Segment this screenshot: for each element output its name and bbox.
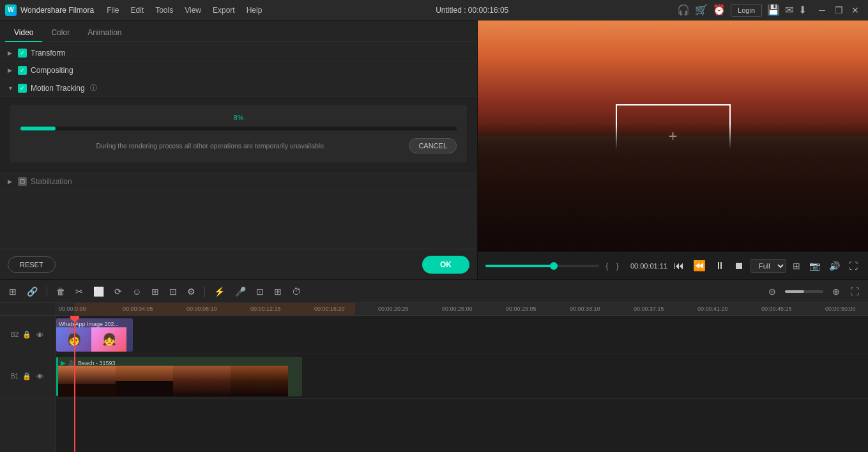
motion-tracking-arrow-icon: ▼ — [8, 85, 14, 91]
stabilization-check-icon: ☐ — [18, 177, 27, 186]
section-stabilization[interactable]: ▶ ☐ Stabilization — [0, 173, 477, 191]
headphones-icon[interactable]: 🎧 — [677, 4, 690, 16]
section-motion-tracking[interactable]: ▼ ✓ Motion Tracking ⓘ — [0, 79, 477, 97]
track2-visible-button[interactable]: 👁 — [35, 330, 45, 340]
window-controls: ─ ❐ ✕ — [814, 3, 863, 18]
clock-icon[interactable]: ⏰ — [713, 4, 726, 16]
section-compositing[interactable]: ▶ ✓ Compositing — [0, 62, 477, 79]
preview-controls: { } 00:00:01:11 ⏮ ⏪ ⏸ ⏹ Full ⊞ 📷 🔊 ⛶ — [478, 251, 868, 279]
pause-button[interactable]: ⏸ — [712, 258, 727, 274]
ruler-mark-12: 00:00:50:00 — [825, 306, 856, 312]
properties-content: ▶ ✓ Transform ▶ ✓ Compositing ▼ ✓ Motion… — [0, 42, 477, 249]
properties-panel: Video Color Animation ▶ ✓ Transform ▶ ✓ … — [0, 20, 478, 279]
preview-area: + — [478, 20, 868, 251]
fullscreen-icon[interactable]: ⛶ — [846, 258, 860, 274]
maximize-button[interactable]: ❐ — [831, 3, 846, 18]
emoji-button[interactable]: ☺ — [128, 284, 145, 299]
ruler-mark-0: 00:00:0:00 — [59, 306, 86, 312]
transform-label: Transform — [31, 49, 65, 58]
app-logo: W Wondershare Filmora — [5, 4, 94, 16]
layout-button[interactable]: ⊡ — [165, 284, 181, 299]
fit-to-screen-button[interactable]: ⛶ — [846, 284, 863, 299]
skip-back-button[interactable]: ⏮ — [671, 258, 687, 274]
toolbar-separator — [47, 286, 47, 297]
timeline-slider-fill — [485, 265, 554, 267]
zoom-out-button[interactable]: ⊝ — [765, 284, 780, 299]
track2-row: WhatsApp Image 202... 🧑 👧 — [56, 316, 868, 354]
ruler-mark-3: 00:00:12:15 — [250, 306, 281, 312]
speed-icon[interactable]: ⏱ — [288, 284, 305, 299]
quality-select[interactable]: Full — [750, 259, 786, 273]
scene-detect-icon[interactable]: ⚡ — [210, 284, 229, 299]
tracking-box[interactable]: + — [616, 104, 731, 168]
timeline-area: ⊞ 🔗 🗑 ✂ ⬜ ⟳ ☺ ⊞ ⊡ ⚙ ⚡ 🎤 ⊡ ⊞ ⏱ ⊝ ⊕ ⛶ B2 � — [0, 279, 868, 452]
preview-slider[interactable] — [485, 265, 599, 267]
playhead: ✂ — [74, 316, 75, 452]
transform-check-icon: ✓ — [18, 49, 27, 58]
tab-color[interactable]: Color — [42, 24, 79, 42]
ruler-mark-8: 00:00:33:10 — [570, 306, 600, 312]
ruler-mark-5: 00:00:20:25 — [378, 306, 409, 312]
ruler-mark-2: 00:00:08:10 — [187, 306, 217, 312]
step-back-button[interactable]: ⏪ — [690, 257, 708, 274]
menu-edit[interactable]: Edit — [126, 3, 149, 17]
mail-icon[interactable]: ✉ — [785, 4, 793, 16]
snapshot-icon[interactable]: 📷 — [807, 258, 823, 274]
tab-animation[interactable]: Animation — [79, 24, 130, 42]
save-icon[interactable]: 💾 — [767, 4, 780, 16]
property-tabs: Video Color Animation — [0, 20, 477, 42]
link-button[interactable]: 🔗 — [23, 284, 42, 299]
close-button[interactable]: ✕ — [848, 3, 863, 18]
track1-clip[interactable]: ▶ 🎥 Beach - 31593 — [56, 357, 302, 396]
login-button[interactable]: Login — [731, 4, 762, 17]
compositing-label: Compositing — [31, 66, 73, 75]
delete-button[interactable]: 🗑 — [52, 284, 69, 299]
preview-timeline: { } 00:00:01:11 — [485, 261, 667, 270]
motion-tracking-label: Motion Tracking — [31, 84, 85, 93]
ruler-mark-11: 00:00:45:25 — [761, 306, 792, 312]
panel-buttons: RESET OK — [0, 249, 477, 279]
zoom-in-button[interactable]: ⊕ — [828, 284, 844, 299]
bracket-right-icon: } — [616, 261, 619, 270]
tab-video[interactable]: Video — [5, 24, 42, 42]
cancel-button[interactable]: CANCEL — [409, 138, 457, 153]
menu-tools[interactable]: Tools — [150, 3, 178, 17]
progress-container: 8% During the rendering process all othe… — [10, 105, 467, 162]
download-icon[interactable]: ⬇ — [798, 4, 807, 16]
cut-button[interactable]: ✂ — [72, 284, 87, 299]
menu-file[interactable]: File — [102, 3, 124, 17]
track1-visible-button[interactable]: 👁 — [35, 371, 45, 382]
menu-bar: File Edit Tools View Export Help — [102, 3, 267, 17]
stop-button[interactable]: ⏹ — [731, 258, 747, 274]
add-track-button[interactable]: ⊞ — [5, 284, 20, 299]
mic-icon[interactable]: 🎤 — [231, 284, 250, 299]
grid-button[interactable]: ⊞ — [148, 284, 163, 299]
volume-icon[interactable]: 🔊 — [826, 258, 842, 274]
picture-in-pic-icon[interactable]: ⊞ — [270, 284, 286, 299]
scissors-icon: ✂ — [68, 323, 76, 336]
crop-button[interactable]: ⬜ — [89, 284, 108, 299]
titlebar: W Wondershare Filmora File Edit Tools Vi… — [0, 0, 868, 20]
section-transform[interactable]: ▶ ✓ Transform — [0, 45, 477, 62]
menu-view[interactable]: View — [179, 3, 206, 17]
menu-export[interactable]: Export — [208, 3, 240, 17]
settings-button[interactable]: ⚙ — [183, 284, 199, 299]
motion-tracking-info-icon[interactable]: ⓘ — [90, 83, 97, 93]
split-view-icon[interactable]: ⊞ — [790, 258, 803, 274]
cart-icon[interactable]: 🛒 — [695, 4, 708, 16]
clip1-label: Beach - 31593 — [78, 360, 116, 366]
stabilization-arrow-icon: ▶ — [8, 178, 14, 185]
ruler-mark-6: 00:00:25:00 — [442, 306, 473, 312]
timeline-scroll[interactable]: 00:00:0:00 00:00:04:05 00:00:08:10 00:00… — [56, 303, 868, 452]
rotate-button[interactable]: ⟳ — [110, 284, 126, 299]
menu-help[interactable]: Help — [241, 3, 268, 17]
track2-lock-button[interactable]: 🔒 — [21, 329, 33, 340]
track1-lock-button[interactable]: 🔒 — [21, 371, 33, 382]
reset-button[interactable]: RESET — [8, 256, 56, 273]
ruler-mark-4: 00:00:16:20 — [314, 306, 345, 312]
zoom-slider[interactable] — [785, 290, 823, 293]
progress-row: During the rendering process all other o… — [20, 138, 457, 153]
ok-button[interactable]: OK — [422, 256, 469, 274]
transition-icon[interactable]: ⊡ — [252, 284, 268, 299]
minimize-button[interactable]: ─ — [814, 3, 830, 18]
